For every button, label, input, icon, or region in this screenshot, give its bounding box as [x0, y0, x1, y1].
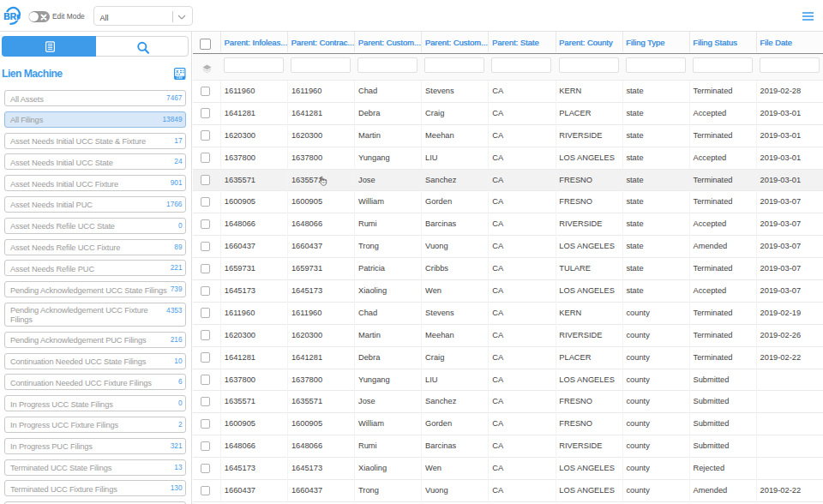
svg-text:CSV: CSV: [177, 76, 183, 80]
svg-text:BR: BR: [3, 12, 16, 21]
